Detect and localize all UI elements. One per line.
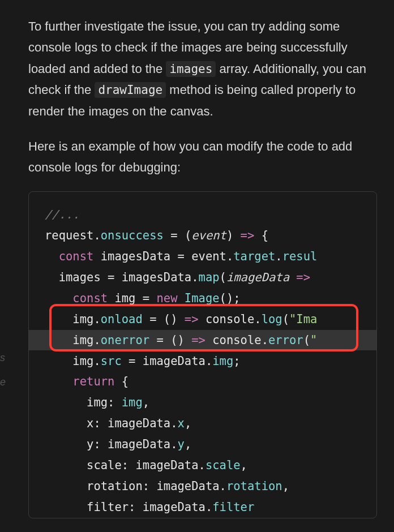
main-content: To further investigate the issue, you ca… <box>0 0 394 518</box>
tok: . <box>226 250 233 263</box>
tok: img <box>45 396 108 409</box>
left-edge-fragment: s e <box>0 351 6 400</box>
tok: = <box>122 354 143 368</box>
paragraph-2: Here is an example of how you can modify… <box>28 136 377 178</box>
tok: { <box>114 375 129 388</box>
tok: , <box>185 437 191 451</box>
tok: . <box>199 458 205 472</box>
tok: ) <box>226 229 233 242</box>
tok: resul <box>282 250 318 263</box>
tok: images <box>45 271 108 284</box>
tok: { <box>262 229 268 242</box>
tok: = <box>143 291 149 305</box>
tok: . <box>93 229 100 242</box>
tok: console <box>205 312 254 326</box>
code-comment: //... <box>45 208 80 221</box>
tok: error <box>268 333 303 347</box>
code-content: //...request.onsuccess = (event) => { co… <box>29 192 376 517</box>
tok: " <box>310 333 317 347</box>
tok: filter <box>212 500 254 514</box>
tok: "Ima <box>289 312 317 326</box>
tok: ( <box>282 312 289 326</box>
tok: img <box>122 396 143 409</box>
tok: imagesData <box>114 271 191 284</box>
tok: = <box>178 250 185 263</box>
tok: ( <box>220 271 226 284</box>
tok: . <box>205 500 212 514</box>
tok: (); <box>220 291 241 305</box>
tok: onload <box>101 312 143 326</box>
tok: imagesData <box>93 250 177 263</box>
tok: . <box>275 250 282 263</box>
tok: = <box>143 312 164 326</box>
tok: : <box>143 479 157 493</box>
tok: Image <box>178 291 220 305</box>
tok: . <box>170 437 177 451</box>
tok: = <box>149 333 170 347</box>
tok: . <box>205 354 212 368</box>
inline-code-drawimage: drawImage <box>95 82 166 98</box>
tok: const <box>45 291 108 305</box>
tok: rotation <box>45 479 143 493</box>
tok: imageData <box>143 354 205 368</box>
tok: : <box>93 417 108 430</box>
tok: new <box>149 291 177 305</box>
tok: . <box>254 312 261 326</box>
tok: console <box>212 333 261 347</box>
tok: , <box>241 458 247 472</box>
code-block: //...request.onsuccess = (event) => { co… <box>28 191 377 518</box>
tok: img <box>108 291 143 305</box>
tok: request <box>45 229 93 242</box>
inline-code-images: images <box>166 61 216 77</box>
tok: . <box>93 312 100 326</box>
tok: => <box>233 229 261 242</box>
tok: scale <box>205 458 241 472</box>
tok: : <box>93 437 108 451</box>
tok: : <box>108 396 122 409</box>
tok: log <box>262 312 282 326</box>
tok: , <box>282 479 289 493</box>
tok: . <box>191 271 198 284</box>
tok: img <box>212 354 233 368</box>
tok: event <box>191 229 226 242</box>
tok: : <box>122 458 136 472</box>
tok: ( <box>303 333 310 347</box>
tok: img <box>45 354 93 368</box>
tok: . <box>262 333 268 347</box>
tok: x <box>45 417 93 430</box>
tok: => <box>185 333 212 347</box>
tok: => <box>289 271 317 284</box>
tok: scale <box>45 458 122 472</box>
tok: imageData <box>156 479 219 493</box>
tok: = <box>164 229 185 242</box>
tok: event <box>185 250 226 263</box>
tok: ; <box>233 354 240 368</box>
tok: map <box>199 271 220 284</box>
tok: . <box>93 354 100 368</box>
tok: () <box>164 312 178 326</box>
tok: y <box>178 437 185 451</box>
tok: = <box>108 271 114 284</box>
tok: () <box>170 333 185 347</box>
tok: , <box>185 417 191 430</box>
tok: ( <box>185 229 191 242</box>
tok: src <box>101 354 122 368</box>
tok: target <box>233 250 275 263</box>
paragraph-1: To further investigate the issue, you ca… <box>28 16 377 122</box>
tok: . <box>93 333 100 347</box>
fragment-char-2: e <box>0 375 6 389</box>
tok: rotation <box>226 479 282 493</box>
tok: onerror <box>101 333 149 347</box>
tok: return <box>45 375 114 388</box>
tok: const <box>45 250 93 263</box>
tok: imageData <box>108 417 170 430</box>
tok: filter <box>45 500 129 514</box>
tok: . <box>170 417 177 430</box>
tok: img <box>45 312 93 326</box>
fragment-char-1: s <box>0 351 6 365</box>
tok: x <box>178 417 185 430</box>
tok: onsuccess <box>101 229 164 242</box>
tok: imageData <box>143 500 205 514</box>
tok: imageData <box>108 437 170 451</box>
tok: , <box>143 396 149 409</box>
